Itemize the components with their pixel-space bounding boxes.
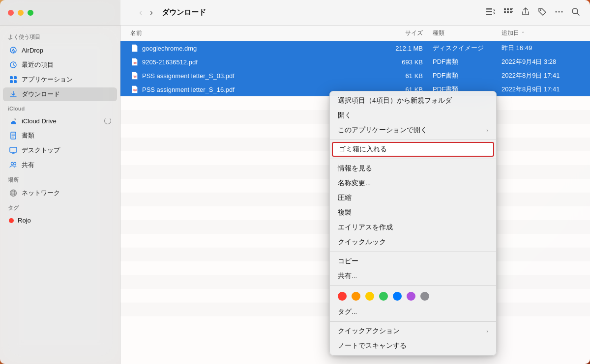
downloads-icon xyxy=(9,90,18,99)
svg-point-10 xyxy=(11,163,14,165)
traffic-lights xyxy=(8,10,33,16)
file-size: 693 KB xyxy=(374,58,433,66)
context-menu-item-label: 選択項目（4項目）から新規フォルダ xyxy=(338,96,452,105)
context-menu-item-share[interactable]: 共有... xyxy=(330,269,496,283)
minimize-button[interactable] xyxy=(18,10,24,16)
recents-icon xyxy=(9,60,18,69)
close-button[interactable] xyxy=(8,10,14,16)
context-menu-item-label: 名称変更... xyxy=(338,179,371,188)
tag-button[interactable] xyxy=(536,5,549,20)
sidebar-item-recents[interactable]: 最近の項目 xyxy=(3,58,117,72)
sidebar-item-label: AirDrop xyxy=(22,47,43,54)
file-icon xyxy=(130,44,139,53)
svg-point-24 xyxy=(556,11,557,12)
sidebar-item-shared[interactable]: 共有 xyxy=(3,158,117,172)
context-menu-item-trash[interactable]: ゴミ箱に入れる xyxy=(332,142,494,157)
context-menu-item-alias[interactable]: エイリアスを作成 xyxy=(330,220,496,235)
svg-rect-9 xyxy=(10,147,17,152)
svg-rect-21 xyxy=(507,11,509,13)
shared-icon xyxy=(9,161,18,169)
sidebar-item-label: 書類 xyxy=(22,131,34,140)
titlebar-actions xyxy=(484,5,582,20)
col-header-size[interactable]: サイズ xyxy=(374,29,433,37)
color-dot-orange[interactable] xyxy=(352,292,360,301)
file-kind: PDF書類 xyxy=(433,57,502,66)
context-menu-item-open-with[interactable]: このアプリケーションで開く› xyxy=(330,123,496,138)
grid-view-button[interactable] xyxy=(502,6,515,20)
airdrop-icon xyxy=(9,46,18,55)
sidebar-item-label: ダウンロード xyxy=(22,90,60,99)
svg-rect-6 xyxy=(14,80,17,83)
cloud-progress-icon xyxy=(104,117,111,124)
context-menu-item-notes-scan[interactable]: ノートでスキャンする xyxy=(330,338,496,353)
sidebar-item-label: iCloud Drive xyxy=(22,117,57,125)
file-date: 2022年8月9日 17:41 xyxy=(502,85,580,94)
back-button[interactable]: ‹ xyxy=(136,6,145,19)
file-kind: ディスクイメージ xyxy=(433,44,502,53)
svg-rect-18 xyxy=(507,8,509,10)
context-menu-item-label: 共有... xyxy=(338,272,357,280)
sidebar-item-label: ネットワーク xyxy=(22,189,60,197)
sidebar-item-desktop[interactable]: デスクトップ xyxy=(3,143,117,157)
context-menu-item-label: クイックアクション xyxy=(338,327,400,336)
file-icon: PDF xyxy=(130,57,139,66)
search-button[interactable] xyxy=(569,5,582,20)
file-date: 昨日 16:49 xyxy=(502,44,580,53)
context-menu-item-compress[interactable]: 圧縮 xyxy=(330,191,496,205)
file-kind: PDF書類 xyxy=(433,71,502,80)
col-header-date[interactable]: 追加日 ⌃ xyxy=(502,29,580,37)
sidebar-item-applications[interactable]: アプリケーション xyxy=(3,73,117,86)
context-menu-item-tags[interactable]: タグ... xyxy=(330,305,496,319)
sidebar-item-downloads[interactable]: ダウンロード xyxy=(3,87,117,101)
context-menu-item-copy[interactable]: コピー xyxy=(330,254,496,269)
context-menu-item-rename[interactable]: 名称変更... xyxy=(330,176,496,191)
svg-rect-3 xyxy=(10,76,13,79)
context-menu-item-quicklook[interactable]: クイックルック xyxy=(330,235,496,250)
submenu-arrow-icon: › xyxy=(486,328,488,334)
col-header-name[interactable]: 名前 xyxy=(130,29,374,37)
table-row[interactable]: PDF 9205-21636512.pdf 693 KB PDF書類 2022年… xyxy=(120,55,590,69)
file-size: 212.1 MB xyxy=(374,45,433,52)
context-menu-separator xyxy=(330,252,496,252)
context-menu-item-info[interactable]: 情報を見る xyxy=(330,161,496,176)
list-view-button[interactable] xyxy=(484,6,498,20)
col-header-kind[interactable]: 種類 xyxy=(433,29,502,37)
share-button[interactable] xyxy=(519,5,532,20)
svg-text:PDF: PDF xyxy=(133,89,137,92)
sidebar-item-icloud-drive[interactable]: iCloud Drive xyxy=(3,114,117,128)
svg-rect-17 xyxy=(504,8,506,10)
table-row[interactable]: PDF PSS assignment letter_S_03.pdf 61 KB… xyxy=(120,69,590,83)
color-dot-blue[interactable] xyxy=(393,292,402,301)
sidebar-item-airdrop[interactable]: AirDrop xyxy=(3,43,117,57)
context-menu: 選択項目（4項目）から新規フォルダ開くこのアプリケーションで開く›ゴミ箱に入れる… xyxy=(329,91,497,356)
svg-rect-16 xyxy=(486,14,492,15)
context-menu-item-open[interactable]: 開く xyxy=(330,108,496,123)
svg-rect-14 xyxy=(486,8,492,10)
more-button[interactable] xyxy=(553,5,565,20)
context-menu-item-new-folder[interactable]: 選択項目（4項目）から新規フォルダ xyxy=(330,93,496,108)
context-menu-item-quick-actions[interactable]: クイックアクション› xyxy=(330,324,496,338)
color-dot-yellow[interactable] xyxy=(365,292,374,301)
file-name: googlechrome.dmg xyxy=(142,45,374,52)
svg-point-23 xyxy=(540,9,541,11)
sidebar-item-network[interactable]: ネットワーク xyxy=(3,186,117,200)
column-headers: 名前 サイズ 種類 追加日 ⌃ xyxy=(120,26,590,41)
context-menu-separator xyxy=(330,285,496,286)
sidebar-item-documents[interactable]: 書類 xyxy=(3,129,117,142)
table-row[interactable]: googlechrome.dmg 212.1 MB ディスクイメージ 昨日 16… xyxy=(120,41,590,55)
context-menu-item-label: タグ... xyxy=(338,308,357,316)
context-menu-item-label: クイックルック xyxy=(338,238,386,247)
finder-window: よく使う項目 AirDrop xyxy=(0,0,590,364)
locations-section-label: 場所 xyxy=(0,172,120,186)
maximize-button[interactable] xyxy=(28,10,33,16)
color-dot-green[interactable] xyxy=(379,292,388,301)
forward-button[interactable]: › xyxy=(147,6,156,19)
context-menu-item-duplicate[interactable]: 複製 xyxy=(330,205,496,220)
svg-text:PDF: PDF xyxy=(133,62,137,64)
color-dot-purple[interactable] xyxy=(407,292,415,301)
svg-rect-4 xyxy=(14,76,17,79)
color-dot-red[interactable] xyxy=(338,292,347,301)
sidebar-item-tag-rojo[interactable]: Rojo xyxy=(3,214,117,226)
color-dot-gray[interactable] xyxy=(420,292,429,301)
sidebar-item-label: デスクトップ xyxy=(22,146,60,155)
